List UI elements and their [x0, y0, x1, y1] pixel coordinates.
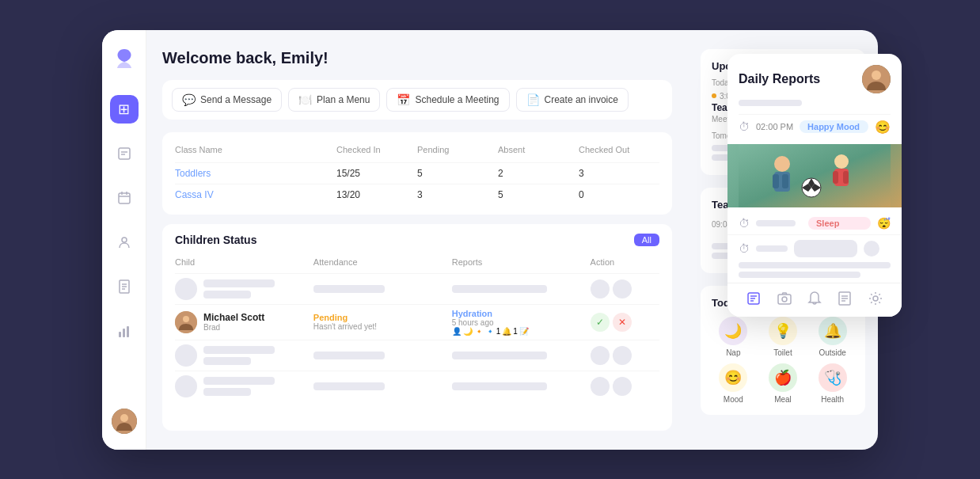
sidebar-item-calendar[interactable] — [110, 184, 139, 212]
child-info-skeleton2 — [175, 344, 313, 367]
cassa-checked-in: 13/20 — [336, 189, 417, 200]
reports-grid: 🌙 Nap 💡 Toilet 🔔 Outside 😊 Mood — [712, 317, 854, 404]
svg-rect-25 — [782, 174, 788, 188]
sidebar-item-reports[interactable] — [110, 139, 139, 168]
table-header-row: Class Name Checked In Pending Absent Che… — [175, 142, 659, 158]
message-icon: 💬 — [182, 93, 196, 106]
report-meal[interactable]: 🍎 Meal — [762, 363, 805, 404]
col-class-name: Class Name — [175, 145, 336, 154]
skeleton-avatar2 — [175, 344, 197, 367]
meal-icon-circle: 🍎 — [769, 363, 797, 392]
skeleton-name — [203, 279, 275, 287]
svg-rect-3 — [119, 193, 130, 203]
col-pending: Pending — [417, 145, 498, 154]
report-health[interactable]: 🩺 Health — [811, 363, 854, 404]
child-row-skeleton3 — [175, 371, 659, 401]
class-link-toddlers[interactable]: Toddlers — [175, 168, 336, 179]
dr-entry-sleep: ⏱ Sleep 😴 — [727, 212, 902, 234]
plan-menu-button[interactable]: 🍽️ Plan a Menu — [288, 88, 380, 112]
michael-report: Hydration 5 hours ago 👤🌙🔸🔹1🔔1📝 — [452, 309, 591, 336]
dr-footer-camera-icon[interactable] — [777, 291, 792, 309]
dr-entry-happy: ⏱ 02:00 PM Happy Mood 😊 — [739, 114, 891, 139]
svg-point-26 — [834, 154, 849, 169]
skeleton-action5 — [591, 377, 610, 396]
child-col-action: Action — [591, 257, 659, 267]
svg-rect-12 — [119, 332, 121, 337]
skeleton-action2 — [613, 279, 632, 298]
skeleton-attendance2 — [313, 352, 385, 359]
quick-actions-bar: 💬 Send a Message 🍽️ Plan a Menu 📅 Schedu… — [162, 80, 672, 120]
send-message-button[interactable]: 💬 Send a Message — [172, 88, 282, 112]
event-dot — [712, 93, 716, 98]
cassa-pending: 3 — [417, 189, 498, 200]
report-nap[interactable]: 🌙 Nap — [712, 317, 755, 357]
create-invoice-button[interactable]: 📄 Create an invoice — [516, 88, 629, 112]
health-icon-circle: 🩺 — [819, 363, 847, 392]
report-mood[interactable]: 😊 Mood — [712, 363, 755, 404]
report-outside[interactable]: 🔔 Outside — [811, 317, 854, 357]
sidebar-item-docs[interactable] — [110, 272, 139, 301]
svg-point-20 — [872, 70, 881, 80]
sidebar-item-analytics[interactable] — [110, 317, 139, 345]
dr-footer-reports-icon[interactable] — [746, 291, 761, 309]
svg-rect-0 — [119, 148, 130, 159]
mood-label: Mood — [724, 395, 743, 404]
health-label: Health — [821, 395, 844, 404]
dr-header: Daily Reports — [727, 54, 902, 100]
svg-point-41 — [873, 296, 878, 301]
clock-icon-2: ⏱ — [739, 217, 750, 230]
child-row-skeleton — [175, 273, 659, 304]
sleep-badge: Sleep — [808, 217, 871, 230]
class-link-cassa[interactable]: Cassa IV — [175, 189, 336, 200]
children-section-title: Children Status — [175, 234, 256, 246]
check-button[interactable]: ✓ — [591, 313, 610, 332]
app-logo — [112, 46, 137, 71]
sidebar: ⊞ — [102, 30, 146, 450]
schedule-meeting-button[interactable]: 📅 Schedule a Meeting — [386, 88, 509, 112]
child-col-attendance: Attendance — [313, 257, 452, 267]
dr-footer-settings-icon[interactable] — [868, 291, 883, 309]
page-header: Welcome back, Emily! — [162, 49, 672, 67]
x-button[interactable]: ✕ — [613, 313, 632, 332]
skeleton-avatar3 — [175, 375, 197, 397]
svg-rect-35 — [778, 295, 791, 304]
toddlers-pending: 5 — [417, 168, 498, 179]
invoice-icon: 📄 — [526, 93, 540, 106]
skeleton-class3 — [203, 388, 251, 396]
toilet-icon-circle: 💡 — [769, 317, 797, 345]
daily-reports-card: Daily Reports ⏱ 02:00 PM Happy Mood 😊 — [727, 54, 902, 317]
col-checked-in: Checked In — [336, 145, 417, 154]
dr-subtitle-skeleton — [739, 100, 802, 106]
michael-info: Michael Scott Brad — [175, 311, 313, 333]
sidebar-item-profile[interactable] — [110, 228, 139, 257]
create-invoice-label: Create an invoice — [545, 94, 618, 105]
skeleton-avatar — [175, 278, 197, 300]
michael-class: Brad — [203, 323, 264, 332]
nap-icon-circle: 🌙 — [719, 317, 747, 345]
michael-actions: ✓ ✕ — [591, 313, 659, 332]
toddlers-checked-out: 3 — [579, 168, 659, 179]
meeting-icon: 📅 — [397, 93, 410, 106]
user-avatar[interactable] — [112, 409, 137, 434]
svg-rect-13 — [123, 329, 125, 337]
child-info-skeleton3 — [175, 375, 313, 397]
dr-footer-bell-icon[interactable] — [807, 291, 822, 309]
michael-attendance: Pending Hasn't arrived yet! — [313, 313, 452, 331]
meal-label: Meal — [774, 395, 792, 404]
sidebar-item-dashboard[interactable]: ⊞ — [110, 95, 139, 124]
children-section-header: Children Status All — [175, 234, 659, 246]
svg-rect-14 — [127, 326, 129, 337]
report-time: 5 hours ago — [452, 318, 591, 327]
dr-footer-notes-icon[interactable] — [838, 291, 852, 309]
svg-rect-29 — [843, 171, 849, 184]
dr-footer — [727, 283, 902, 317]
report-toilet[interactable]: 💡 Toilet — [762, 317, 805, 357]
dr-title: Daily Reports — [739, 72, 820, 86]
skeleton-action6 — [613, 377, 632, 396]
skeleton-name3 — [203, 377, 275, 385]
filter-badge[interactable]: All — [634, 234, 659, 246]
happy-mood-icon: 😊 — [875, 120, 891, 135]
svg-rect-21 — [739, 144, 891, 207]
cassa-absent: 5 — [498, 189, 579, 200]
send-message-label: Send a Message — [200, 94, 272, 105]
